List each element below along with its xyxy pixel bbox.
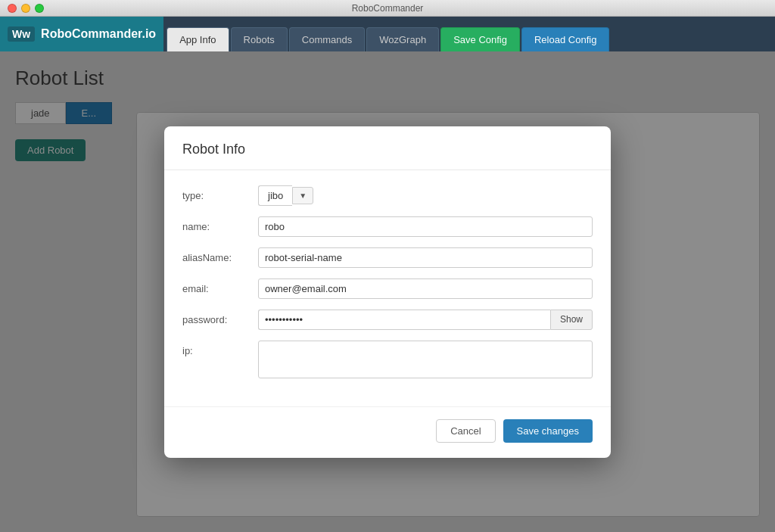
type-dropdown-arrow[interactable]: ▼ [292, 187, 313, 204]
password-control-wrap: Show [258, 310, 593, 330]
modal-header: Robot Info [164, 126, 611, 170]
ip-control-wrap [258, 341, 593, 381]
modal-overlay: Robot Info type: jibo ▼ name: [0, 51, 775, 532]
form-row-alias: aliasName: [182, 247, 593, 268]
label-type: type: [182, 185, 258, 201]
password-wrap: Show [258, 310, 593, 330]
minimize-button[interactable] [21, 4, 30, 13]
form-row-type: type: jibo ▼ [182, 185, 593, 206]
modal-body: type: jibo ▼ name: [164, 170, 611, 406]
logo-icon: Ww [8, 26, 35, 42]
cancel-button[interactable]: Cancel [436, 419, 495, 443]
nav-bar: Ww RoboCommander.io App Info Robots Comm… [0, 17, 775, 51]
form-row-email: email: [182, 278, 593, 299]
name-input[interactable] [258, 216, 593, 237]
type-select[interactable]: jibo ▼ [258, 185, 593, 206]
type-control-wrap: jibo ▼ [258, 185, 593, 206]
type-select-value: jibo [258, 185, 292, 206]
logo-text: RoboCommander.io [41, 27, 156, 41]
tab-wozgraph[interactable]: WozGraph [366, 27, 439, 51]
form-row-password: password: Show [182, 310, 593, 330]
label-alias: aliasName: [182, 247, 258, 263]
window-title: RoboCommander [352, 3, 424, 14]
label-password: password: [182, 310, 258, 325]
alias-input[interactable] [258, 247, 593, 268]
modal-footer: Cancel Save changes [164, 406, 611, 458]
tab-robots[interactable]: Robots [231, 27, 288, 51]
show-password-button[interactable]: Show [550, 310, 593, 330]
modal-title: Robot Info [182, 142, 593, 157]
label-name: name: [182, 216, 258, 232]
tab-save-config[interactable]: Save Config [440, 27, 520, 51]
save-changes-button[interactable]: Save changes [503, 419, 593, 443]
close-button[interactable] [8, 4, 17, 13]
name-control-wrap [258, 216, 593, 237]
robot-info-modal: Robot Info type: jibo ▼ name: [164, 126, 611, 458]
title-bar: RoboCommander [0, 0, 775, 17]
email-control-wrap [258, 278, 593, 299]
maximize-button[interactable] [35, 4, 44, 13]
form-row-name: name: [182, 216, 593, 237]
password-input[interactable] [258, 310, 550, 330]
tab-app-info[interactable]: App Info [167, 27, 229, 51]
tab-reload-config[interactable]: Reload Config [521, 27, 609, 51]
nav-logo: Ww RoboCommander.io [0, 17, 163, 51]
tab-commands[interactable]: Commands [289, 27, 365, 51]
label-ip: ip: [182, 341, 258, 356]
email-input[interactable] [258, 278, 593, 299]
ip-input[interactable] [258, 341, 593, 378]
window-controls [8, 4, 44, 13]
form-row-ip: ip: [182, 341, 593, 381]
nav-tabs: App Info Robots Commands WozGraph Save C… [163, 17, 609, 51]
alias-control-wrap [258, 247, 593, 268]
label-email: email: [182, 278, 258, 294]
main-content: Robot List jade E... Add Robot Robot Inf… [0, 51, 775, 532]
